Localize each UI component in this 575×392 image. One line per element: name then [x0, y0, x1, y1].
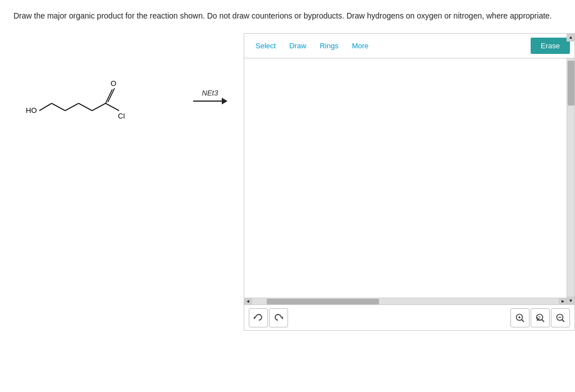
svg-line-2	[52, 103, 65, 111]
vertical-scrollbar[interactable]	[567, 58, 574, 304]
svg-line-9	[106, 103, 119, 111]
draw-canvas[interactable]	[244, 58, 574, 304]
zoom-in-button[interactable]	[510, 308, 530, 327]
reaction-structure: HO O	[19, 50, 188, 140]
undo-icon	[253, 313, 263, 323]
svg-line-22	[562, 320, 564, 322]
more-button[interactable]: More	[345, 38, 376, 53]
svg-line-5	[92, 103, 106, 111]
svg-line-3	[65, 103, 79, 111]
svg-line-1	[39, 103, 52, 111]
svg-text:Cl: Cl	[118, 112, 125, 120]
zoom-out-button[interactable]	[551, 308, 570, 327]
redo-icon	[273, 313, 284, 323]
svg-line-6	[106, 89, 112, 103]
svg-text:O: O	[111, 79, 116, 88]
bottom-right-tools: 2	[510, 308, 570, 327]
toolbar: Select Draw Rings More Erase	[244, 34, 574, 58]
scroll-down-arrow[interactable]: ▼	[567, 297, 574, 304]
bottom-left-tools	[249, 308, 288, 327]
svg-line-16	[522, 320, 524, 322]
scroll-up-arrow[interactable]: ▲	[567, 34, 574, 42]
reaction-area: HO O	[13, 33, 244, 140]
draw-panel: Select Draw Rings More Erase ▲ ▼	[244, 33, 575, 331]
rings-button[interactable]: Rings	[313, 38, 345, 53]
svg-text:HO: HO	[26, 106, 37, 115]
h-scrollbar-thumb[interactable]	[267, 299, 379, 304]
draw-button[interactable]: Draw	[282, 38, 313, 53]
redo-button[interactable]	[269, 308, 288, 327]
scrollbar-thumb[interactable]	[568, 61, 574, 106]
scroll-right-arrow[interactable]: ►	[559, 298, 567, 304]
zoom-out-icon	[555, 313, 565, 323]
reagent-label: NEt3	[202, 89, 218, 97]
select-button[interactable]: Select	[249, 38, 282, 53]
reaction-arrow	[193, 101, 227, 102]
zoom-reset-button[interactable]: 2	[531, 308, 550, 327]
bottom-toolbar: 2	[244, 304, 574, 330]
zoom-reset-icon: 2	[535, 313, 545, 323]
svg-line-19	[542, 320, 544, 322]
erase-button[interactable]: Erase	[531, 38, 570, 54]
svg-line-4	[79, 103, 92, 111]
arrow-area: NEt3	[193, 89, 227, 102]
question-text: Draw the major organic product for the r…	[13, 10, 562, 22]
svg-text:2: 2	[538, 315, 541, 321]
undo-button[interactable]	[249, 308, 268, 327]
scroll-left-arrow[interactable]: ◄	[244, 298, 252, 304]
horizontal-scrollbar[interactable]	[244, 298, 567, 304]
svg-line-7	[108, 88, 115, 102]
zoom-in-icon	[515, 313, 525, 323]
